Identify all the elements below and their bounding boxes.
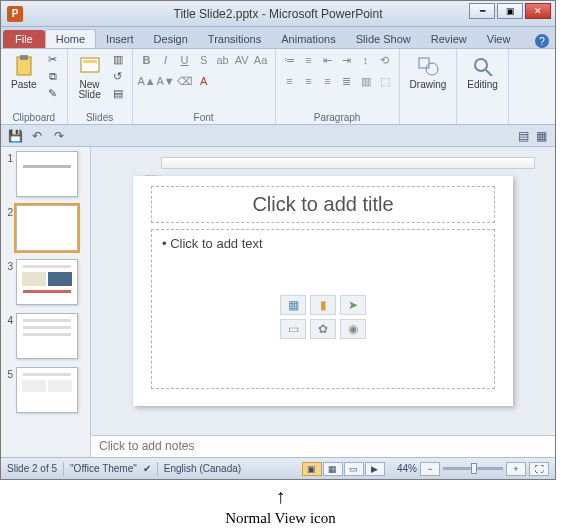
indent-dec-button[interactable]: ⇤ [320, 52, 336, 68]
text-direction-button[interactable]: ⟲ [377, 52, 393, 68]
layout-icon[interactable]: ▥ [110, 52, 126, 66]
undo-icon[interactable]: ↶ [29, 128, 45, 144]
cut-icon[interactable]: ✂ [45, 52, 61, 66]
bullets-button[interactable]: ≔ [282, 52, 298, 68]
redo-icon[interactable]: ↷ [51, 128, 67, 144]
insert-media-icon[interactable]: ◉ [340, 319, 366, 339]
editing-button[interactable]: Editing [463, 52, 502, 92]
tab-animations[interactable]: Animations [271, 30, 345, 48]
insert-smartart-icon[interactable]: ➤ [340, 295, 366, 315]
italic-button[interactable]: I [158, 52, 174, 68]
tab-design[interactable]: Design [144, 30, 198, 48]
notes-pane[interactable]: Click to add notes [91, 435, 555, 457]
thumbnail-5[interactable] [16, 367, 78, 413]
tab-review[interactable]: Review [421, 30, 477, 48]
thumbnail-1[interactable] [16, 151, 78, 197]
format-painter-icon[interactable]: ✎ [45, 86, 61, 100]
zoom-in-button[interactable]: + [506, 462, 526, 476]
tab-home[interactable]: Home [45, 29, 96, 48]
align-right-button[interactable]: ≡ [320, 73, 336, 89]
thumbnail-3[interactable] [16, 259, 78, 305]
group-label-paragraph: Paragraph [282, 110, 393, 123]
maximize-button[interactable]: ▣ [497, 3, 523, 19]
insert-clipart-icon[interactable]: ✿ [310, 319, 336, 339]
thumbnail-2[interactable] [16, 205, 78, 251]
slide-thumbnails-pane: 1 2 3 4 5 [1, 147, 91, 457]
group-label-clipboard: Clipboard [7, 110, 61, 123]
tab-slideshow[interactable]: Slide Show [346, 30, 421, 48]
zoom-slider[interactable] [443, 467, 503, 470]
reset-icon[interactable]: ↺ [110, 69, 126, 83]
indent-inc-button[interactable]: ⇥ [339, 52, 355, 68]
status-language[interactable]: English (Canada) [164, 463, 241, 474]
outline-tab-icon[interactable]: ▤ [515, 128, 531, 144]
zoom-level[interactable]: 44% [397, 463, 417, 474]
bold-button[interactable]: B [139, 52, 155, 68]
slideshow-view-button[interactable]: ▶ [365, 462, 385, 476]
save-icon[interactable]: 💾 [7, 128, 23, 144]
svg-point-5 [426, 63, 438, 75]
grow-font-button[interactable]: A▲ [139, 73, 155, 89]
smartart-button[interactable]: ⬚ [377, 73, 393, 89]
reading-view-button[interactable]: ▭ [344, 462, 364, 476]
new-slide-button[interactable]: New Slide [74, 52, 106, 102]
group-slides: New Slide ▥ ↺ ▤ Slides [68, 49, 133, 124]
align-left-button[interactable]: ≡ [282, 73, 298, 89]
minimize-button[interactable]: ━ [469, 3, 495, 19]
line-spacing-button[interactable]: ↕ [358, 52, 374, 68]
slide-canvas[interactable]: Click to add title Click to add text ▦ ▮… [133, 176, 513, 406]
group-paragraph: ≔ ≡ ⇤ ⇥ ↕ ⟲ ≡ ≡ ≡ ≣ ▥ ⬚ Paragraph [276, 49, 400, 124]
group-label-font: Font [139, 110, 269, 123]
svg-rect-1 [20, 55, 28, 60]
insert-table-icon[interactable]: ▦ [280, 295, 306, 315]
thumb-number: 3 [3, 259, 13, 272]
paste-button[interactable]: Paste [7, 52, 41, 92]
align-center-button[interactable]: ≡ [301, 73, 317, 89]
clear-format-button[interactable]: ⌫ [177, 73, 193, 89]
slides-tab-icon[interactable]: ▦ [533, 128, 549, 144]
quick-access-row: 💾 ↶ ↷ ▤ ▦ [1, 125, 555, 147]
close-button[interactable]: ✕ [525, 3, 551, 19]
svg-rect-3 [83, 60, 97, 63]
case-button[interactable]: Aa [253, 52, 269, 68]
normal-view-button[interactable]: ▣ [302, 462, 322, 476]
group-clipboard: Paste ✂ ⧉ ✎ Clipboard [1, 49, 68, 124]
group-font: B I U S ab AV Aa A▲ A▼ ⌫ A Font [133, 49, 276, 124]
numbering-button[interactable]: ≡ [301, 52, 317, 68]
font-color-button[interactable]: A [196, 73, 212, 89]
ribbon-tabstrip: File Home Insert Design Transitions Anim… [1, 27, 555, 49]
fit-to-window-button[interactable]: ⛶ [529, 462, 549, 476]
thumb-number: 4 [3, 313, 13, 326]
shrink-font-button[interactable]: A▼ [158, 73, 174, 89]
thumbnail-4[interactable] [16, 313, 78, 359]
shadow-button[interactable]: ab [215, 52, 231, 68]
workspace: 1 2 3 4 5 Click to add title Click to ad… [1, 147, 555, 457]
underline-button[interactable]: U [177, 52, 193, 68]
thumb-number: 5 [3, 367, 13, 380]
justify-button[interactable]: ≣ [339, 73, 355, 89]
arrow-icon: ↑ [0, 486, 561, 506]
zoom-out-button[interactable]: − [420, 462, 440, 476]
columns-button[interactable]: ▥ [358, 73, 374, 89]
insert-picture-icon[interactable]: ▭ [280, 319, 306, 339]
help-icon[interactable]: ? [535, 34, 549, 48]
spellcheck-icon[interactable]: ✔ [143, 463, 151, 474]
titlebar: P Title Slide2.pptx - Microsoft PowerPoi… [1, 1, 555, 27]
group-label-slides: Slides [74, 110, 126, 123]
status-theme: "Office Theme" [70, 463, 137, 474]
tab-file[interactable]: File [3, 30, 45, 48]
copy-icon[interactable]: ⧉ [45, 69, 61, 83]
insert-chart-icon[interactable]: ▮ [310, 295, 336, 315]
tab-view[interactable]: View [477, 30, 521, 48]
spacing-button[interactable]: AV [234, 52, 250, 68]
title-placeholder[interactable]: Click to add title [151, 186, 495, 223]
annotation: ↑ Normal View icon [0, 486, 561, 527]
body-placeholder-text: Click to add text [162, 236, 263, 251]
slide-sorter-button[interactable]: ▦ [323, 462, 343, 476]
strike-button[interactable]: S [196, 52, 212, 68]
tab-transitions[interactable]: Transitions [198, 30, 271, 48]
content-placeholder[interactable]: Click to add text ▦ ▮ ➤ ▭ ✿ ◉ [151, 229, 495, 389]
drawing-button[interactable]: Drawing [406, 52, 451, 92]
section-icon[interactable]: ▤ [110, 86, 126, 100]
tab-insert[interactable]: Insert [96, 30, 144, 48]
